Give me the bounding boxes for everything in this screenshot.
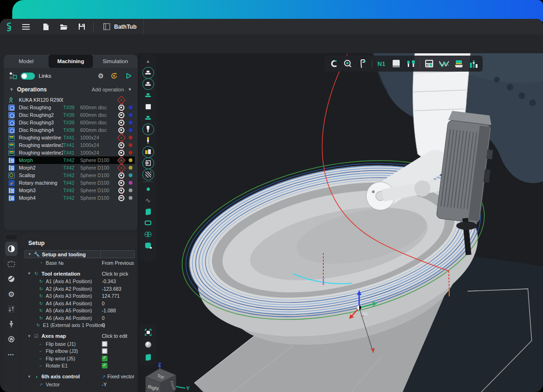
add-operation-button[interactable]: Add operation bbox=[92, 87, 124, 92]
status-diamond-icon[interactable] bbox=[117, 96, 125, 104]
row-a5[interactable]: ↻A5 (Axis A5 Position)-1.088 bbox=[21, 307, 138, 315]
tab-model[interactable]: Model bbox=[4, 55, 49, 68]
show-holder-small-icon[interactable] bbox=[141, 90, 155, 101]
tool-drill-icon[interactable] bbox=[5, 317, 17, 331]
operation-row[interactable]: Roughing waterline3T#411000x24 bbox=[8, 141, 135, 149]
section-tool-orientation[interactable]: ▼ ↻ Tool orientation Click to pick bbox=[21, 270, 138, 278]
operation-row[interactable]: Morph2T#42Sphere D100 bbox=[8, 164, 135, 172]
hamburger-menu-icon[interactable] bbox=[19, 21, 33, 33]
toolpath-graph-icon[interactable] bbox=[438, 58, 450, 69]
status-diamond-icon[interactable] bbox=[117, 133, 125, 142]
status-target-icon[interactable] bbox=[118, 188, 124, 194]
status-diamond-icon[interactable] bbox=[117, 163, 125, 172]
operation-row[interactable]: Disc Roughing3T#39600mm disc bbox=[8, 119, 135, 126]
row-a1[interactable]: ↻A1 (Axis A1 Position)-0.343 bbox=[21, 278, 138, 286]
section-6th-axis-control[interactable]: ▼ ◑ 6th axis control ↗ Fixed vector bbox=[21, 372, 138, 381]
status-target-icon[interactable] bbox=[118, 127, 124, 133]
robot-row[interactable]: KUKA KR120 R2900 bbox=[8, 96, 135, 104]
layers-stack-icon[interactable] bbox=[453, 58, 464, 69]
add-operation-caret[interactable]: ▼ bbox=[128, 87, 132, 92]
curve-display-icon[interactable]: ∿ bbox=[141, 195, 155, 206]
shaded-view-icon[interactable] bbox=[141, 339, 155, 351]
show-band-icon[interactable] bbox=[141, 217, 155, 229]
checkbox-checked[interactable] bbox=[102, 363, 107, 368]
show-toolholder-icon[interactable] bbox=[141, 78, 155, 90]
operation-row[interactable]: Morph3T#42Sphere D100 bbox=[8, 187, 135, 194]
point-display-icon[interactable] bbox=[141, 183, 155, 195]
project-tab[interactable]: BathTub bbox=[97, 19, 144, 34]
row-rotate-e1[interactable]: ⌐Rotate E1 bbox=[21, 362, 138, 370]
checkbox-unchecked[interactable] bbox=[102, 348, 107, 354]
new-file-icon[interactable] bbox=[39, 21, 53, 33]
row-e1[interactable]: ↻E1 (External axis 1 Position)0 bbox=[21, 322, 138, 329]
row-a4[interactable]: ↻A4 (Axis A4 Position)0 bbox=[21, 300, 138, 307]
tab-machining[interactable]: Machining bbox=[49, 55, 93, 68]
more-ellipsis-icon[interactable]: ⋯ bbox=[5, 347, 17, 361]
status-target-icon[interactable] bbox=[118, 142, 124, 148]
section-setup-and-tooling[interactable]: ▼ 🔧 Setup and tooling bbox=[25, 250, 135, 258]
operation-row[interactable]: Roughing waterlineT#411000x24 bbox=[8, 134, 135, 141]
show-mesh-icon[interactable] bbox=[141, 169, 155, 180]
status-target-icon[interactable] bbox=[118, 180, 124, 186]
magnet-snap-icon[interactable] bbox=[328, 58, 339, 69]
section-axes-map[interactable]: ▼ ☑ Axes map Click to edit bbox=[21, 332, 138, 340]
levels-arrows-icon[interactable] bbox=[5, 302, 17, 316]
show-mesh-sphere-icon[interactable] bbox=[141, 229, 155, 240]
operation-row[interactable]: ScallopT#42Sphere D100 bbox=[8, 172, 135, 179]
checkbox-unchecked[interactable] bbox=[102, 341, 107, 347]
operation-row-selected[interactable]: MorphT#42Sphere D100 bbox=[8, 156, 135, 164]
operation-row[interactable]: Morph4T#42Sphere D100 bbox=[8, 194, 135, 202]
parameters-gear-icon[interactable]: ⚙ bbox=[5, 287, 17, 301]
status-target-icon[interactable] bbox=[118, 120, 124, 126]
row-a6[interactable]: ↻A6 (Axis A6 Position)0 bbox=[21, 314, 138, 322]
caliper-icon[interactable] bbox=[357, 58, 369, 69]
show-tool-bit-icon[interactable] bbox=[141, 135, 155, 146]
status-disabled-icon[interactable] bbox=[118, 195, 124, 201]
open-file-icon[interactable] bbox=[57, 21, 71, 33]
measure-probe-icon[interactable] bbox=[342, 58, 354, 69]
chevron-down-icon[interactable]: ▼ bbox=[28, 252, 33, 256]
lead-in-icon[interactable] bbox=[5, 332, 17, 346]
setup-target-icon[interactable] bbox=[5, 242, 17, 256]
run-play-icon[interactable] bbox=[125, 73, 132, 79]
row-a2[interactable]: ↻A2 (Axis A2 Position)-123.683 bbox=[21, 285, 138, 293]
save-file-icon[interactable] bbox=[74, 21, 89, 33]
operation-row[interactable]: Disc Roughing4T#39600mm disc bbox=[8, 126, 135, 134]
view-cube[interactable]: Z Y X Top Right Front bbox=[139, 362, 191, 392]
show-stock-box-icon[interactable] bbox=[141, 157, 155, 169]
chevron-down-icon[interactable]: ▼ bbox=[27, 375, 33, 379]
chevron-down-icon[interactable]: ▼ bbox=[27, 271, 33, 276]
workpiece-block-icon[interactable] bbox=[390, 58, 402, 69]
operation-row[interactable]: Roughing waterline2T#411000x24 bbox=[8, 149, 135, 156]
gear-icon[interactable]: ⚙ bbox=[98, 72, 104, 80]
app-logo-icon[interactable] bbox=[3, 21, 15, 33]
show-surface-flag-icon[interactable] bbox=[141, 206, 155, 217]
tab-simulation[interactable]: Simulation bbox=[93, 55, 138, 68]
operation-row[interactable]: Disc Roughing2T#39600mm disc bbox=[8, 111, 135, 119]
control-panel-icon[interactable] bbox=[424, 58, 435, 69]
links-toggle[interactable] bbox=[21, 73, 35, 80]
statistics-bars-icon[interactable] bbox=[468, 58, 479, 69]
status-target-icon[interactable] bbox=[118, 112, 124, 118]
row-base[interactable]: ◔ Base № From Previous bbox=[21, 259, 138, 267]
show-tool-icon[interactable] bbox=[141, 123, 155, 135]
show-holder-teal-icon[interactable] bbox=[141, 112, 155, 123]
selection-box-icon[interactable] bbox=[5, 257, 17, 271]
operation-row[interactable]: Rotary machiningT#42Sphere D100 bbox=[8, 179, 135, 187]
chevron-down-icon[interactable]: ▼ bbox=[9, 87, 14, 92]
strategy-swirl-icon[interactable] bbox=[5, 272, 17, 286]
row-flip-base[interactable]: ⌐Flip base (J1) bbox=[21, 340, 138, 348]
viewport-3d[interactable]: N1 bbox=[138, 53, 543, 392]
status-diamond-icon[interactable] bbox=[117, 156, 125, 164]
show-workpiece-square-icon[interactable] bbox=[141, 101, 155, 112]
checkbox-checked[interactable] bbox=[102, 356, 107, 361]
show-fixture-icon[interactable] bbox=[141, 146, 155, 157]
recalculate-icon[interactable] bbox=[110, 72, 118, 80]
n1-program-button[interactable]: N1 bbox=[376, 58, 387, 69]
collapse-up-icon[interactable]: ▲ bbox=[141, 56, 155, 67]
row-flip-elbow[interactable]: ⌐Flip elbow (J3) bbox=[21, 348, 138, 355]
cube-body[interactable]: Top Right Front bbox=[146, 368, 176, 392]
status-target-icon[interactable] bbox=[118, 172, 124, 179]
row-vector[interactable]: ↗Vector-Y bbox=[21, 381, 138, 388]
operation-row[interactable]: Disc RoughingT#39600mm disc bbox=[8, 104, 135, 111]
